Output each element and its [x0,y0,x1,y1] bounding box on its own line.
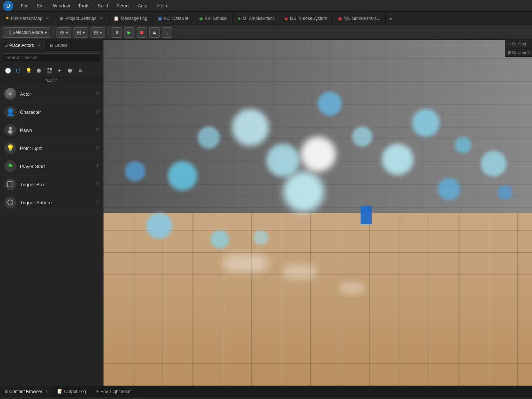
tab-ns-smokesystem[interactable]: ◉ NS_SmokeSystem [279,12,333,25]
menu-select[interactable]: Select [113,1,133,10]
trigger-sphere-label: Trigger Sphere [20,200,52,205]
tab-pc-dataset[interactable]: ◉ PC_DataSet [153,12,194,25]
point-light-label: Point Light [20,146,42,151]
actor-item-point-light[interactable]: 💡 Point Light ? [0,139,103,157]
cinematic-btn[interactable]: 🎬 [44,66,54,75]
transform-btn[interactable]: ⊕ ▾ [57,27,71,38]
tab-close-firstpersonmap[interactable]: ✕ [46,16,49,20]
lights-btn[interactable]: 💡 [24,66,33,75]
content-tabs: ⊞ Content Browser ✕ 📝 Output Log ☀ Env. … [0,386,532,397]
pawn-icon [4,124,16,136]
pawn-label: Pawn [20,127,32,133]
levels-icon: ⊟ [50,43,53,48]
play-btn[interactable]: ▶ [124,27,134,38]
trigger-sphere-help-btn[interactable]: ? [96,200,99,205]
actor-help-btn[interactable]: ? [96,91,99,97]
toolbar-sep-2 [108,28,109,37]
shapes-btn[interactable]: ⬟ [34,66,44,75]
pause-btn[interactable]: ⏸ [112,27,122,38]
basic-section-label: BASIC [0,77,103,85]
menu-bar: U File Edit Window Tools Build Select Ac… [0,0,532,12]
scene-wall [103,40,532,230]
content-area: ⊞ Content Browser ✕ 📝 Output Log ☀ Env. … [0,386,532,399]
tab-pp-smoke[interactable]: ◉ PP_Smoke [194,12,232,25]
more-tabs-btn[interactable]: ▸ [387,16,395,21]
search-classes-input[interactable] [3,53,100,62]
trigger-sphere-icon [4,197,16,208]
trigger-box-icon [4,178,16,190]
menu-file[interactable]: File [17,1,32,10]
panel-tabs: ⊞ Place Actors ✕ ⊟ Levels [0,40,103,51]
selection-icon: ⬚ [6,30,11,35]
content-browser-close[interactable]: ✕ [45,389,48,393]
place-actors-panel: ⊞ Place Actors ✕ ⊟ Levels 🕐 ⬡ 💡 ⬟ 🎬 ✦ ⬢ … [0,40,103,386]
app-logo: U [3,1,13,11]
tab-place-actors[interactable]: ⊞ Place Actors ✕ [0,40,45,51]
floor-texture [103,213,532,386]
menu-actor[interactable]: Actor [134,1,153,10]
point-light-icon: 💡 [4,142,16,154]
character-help-btn[interactable]: ? [96,109,99,115]
grid-btn[interactable]: ⊟ ▾ [91,27,105,38]
tab-project-settings[interactable]: ⚙ Project Settings ✕ [54,12,108,25]
tab-m-smokeeffect[interactable]: ◈ M_SmokeEffect [232,12,279,25]
trigger-box-help-btn[interactable]: ? [96,181,99,187]
content-browser-tab[interactable]: ⊞ Content Browser ✕ [0,386,53,397]
menu-tools[interactable]: Tools [75,1,93,10]
tab-levels[interactable]: ⊟ Levels [45,40,72,51]
content-browser-icon: ⊞ [4,389,8,394]
svg-point-1 [8,130,13,134]
outliner-2-label: Outliner 2 [512,50,530,55]
actor-item-trigger-sphere[interactable]: Trigger Sphere ? [0,194,103,212]
tab-message-log[interactable]: 📋 Message Log [108,12,153,25]
trigger-box-label: Trigger Box [20,182,45,187]
toolbar-sep-1 [53,28,54,37]
output-log-tab[interactable]: 📝 Output Log [53,386,91,397]
outliner-1-label: Outliner [512,42,526,46]
actor-item-actor[interactable]: ● Actor ? [0,85,103,103]
tab-firstpersonmap[interactable]: ⚑ FirstPersonMap ✕ [0,12,54,25]
actor-item-trigger-box[interactable]: Trigger Box ? [0,175,103,194]
env-light-tab[interactable]: ☀ Env. Light Mixer [91,386,137,397]
recently-placed-btn[interactable]: 🕐 [3,66,13,75]
actor-item-player-start[interactable]: ⚑ Player Start ? [0,157,103,175]
player-start-label: Player Start [20,164,45,169]
player-start-help-btn[interactable]: ? [96,163,99,169]
toolbar: ⬚ Selection Mode ▾ ⊕ ▾ ⊞ ▾ ⊟ ▾ ⏸ ▶ ⏹ ⏏ ⋮ [0,25,532,40]
output-log-icon: 📝 [57,389,62,394]
snap-btn[interactable]: ⊞ ▾ [74,27,88,38]
env-light-icon: ☀ [95,389,99,394]
actor-item-pawn[interactable]: Pawn ? [0,121,103,139]
search-bar [0,51,103,64]
basic-shapes-btn[interactable]: ⬡ [13,66,23,75]
play-options-btn[interactable]: ⋮ [162,27,172,38]
mode-selection-btn[interactable]: ⬚ Selection Mode ▾ [3,27,50,38]
grid-icon: ⊟ [94,30,98,35]
effects-btn[interactable]: ✦ [55,66,64,75]
tab-close-project-settings[interactable]: ✕ [100,16,103,20]
menu-help[interactable]: Help [153,1,171,10]
icon-bar: 🕐 ⬡ 💡 ⬟ 🎬 ✦ ⬢ ≡ [0,64,103,77]
character-label: Character [20,109,41,115]
eject-btn[interactable]: ⏏ [149,27,160,38]
menu-edit[interactable]: Edit [33,1,48,10]
outliner-2-btn[interactable]: ≡ Outliner 2 [505,48,532,57]
tab-ns-smoketrails[interactable]: ◉ NS_SmokeTrails... [333,12,386,25]
menu-build[interactable]: Build [94,1,112,10]
place-actors-close[interactable]: ✕ [37,43,41,48]
viewport[interactable]: ≡ Outliner ≡ Outliner 2 [103,40,532,386]
svg-rect-2 [8,182,13,187]
volumes-btn[interactable]: ⬢ [65,66,75,75]
pawn-help-btn[interactable]: ? [96,127,99,133]
place-actors-icon: ⊞ [4,43,8,48]
stop-btn[interactable]: ⏹ [137,27,147,38]
scene-floor [103,213,532,386]
wall-texture [103,40,532,230]
content-toolbar: + Add ⬇ Import 💾 Save All +📁 ◂ All › Con… [0,397,532,399]
point-light-help-btn[interactable]: ? [96,145,99,151]
menu-window[interactable]: Window [49,1,74,10]
all-classes-btn[interactable]: ≡ [75,66,85,75]
actor-item-character[interactable]: 👤 Character ? [0,103,103,121]
tab-bar: ⚑ FirstPersonMap ✕ ⚙ Project Settings ✕ … [0,12,532,25]
outliner-1-btn[interactable]: ≡ Outliner [505,40,532,48]
